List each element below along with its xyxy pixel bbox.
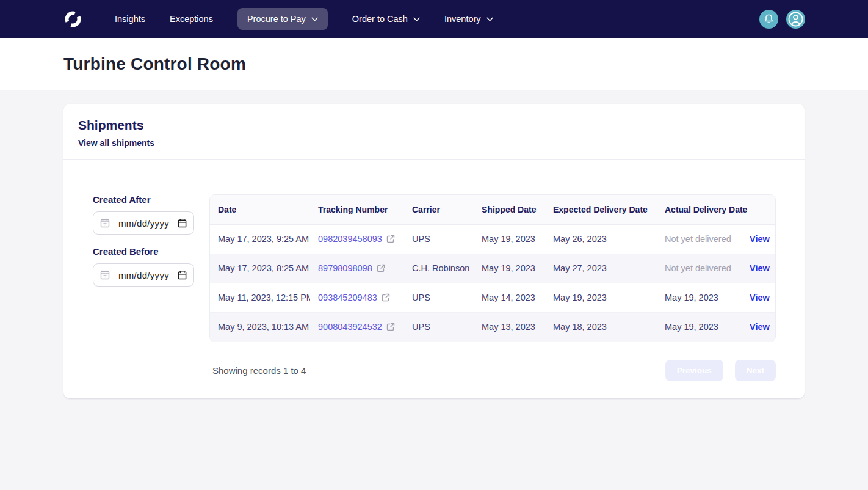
shipments-card-body: Created After mm/dd/yyyy (63, 160, 805, 398)
tracking-number-link[interactable]: 093845209483 (318, 293, 390, 302)
external-link-icon (382, 293, 390, 302)
chevron-down-icon (486, 17, 493, 21)
cell-action: View (742, 224, 776, 254)
cell-date: May 17, 2023, 8:25 AM (210, 254, 310, 283)
shipments-table-area: Date Tracking Number Carrier Shipped Dat… (209, 194, 776, 381)
table-header-row: Date Tracking Number Carrier Shipped Dat… (210, 195, 776, 224)
column-header-tracking-number: Tracking Number (310, 195, 404, 224)
page-title-band: Turbine Control Room (0, 38, 868, 90)
bell-icon (764, 13, 774, 24)
view-all-shipments-link[interactable]: View all shipments (78, 138, 154, 148)
cell-action: View (742, 283, 776, 312)
cell-shipped-date: May 19, 2023 (474, 224, 545, 254)
nav-item-inventory[interactable]: Inventory (444, 14, 493, 24)
account-button[interactable] (786, 10, 805, 29)
cell-tracking-number: 093845209483 (310, 283, 404, 312)
user-avatar-icon (786, 10, 805, 29)
top-navbar: Insights Exceptions Procure to Pay Order… (0, 0, 868, 38)
shipments-card: Shipments View all shipments Created Aft… (63, 104, 805, 398)
column-header-shipped-date: Shipped Date (474, 195, 545, 224)
view-shipment-link[interactable]: View (750, 322, 770, 332)
table-row: May 17, 2023, 9:25 AM 0982039458093 UPS … (210, 224, 776, 254)
shipments-card-header: Shipments View all shipments (63, 104, 805, 160)
cell-shipped-date: May 14, 2023 (474, 283, 545, 312)
nav-item-exceptions[interactable]: Exceptions (170, 14, 213, 24)
view-shipment-link[interactable]: View (750, 293, 770, 302)
cell-tracking-number: 9008043924532 (310, 312, 404, 342)
pagination-controls: Previous Next (665, 360, 776, 381)
nav-item-label: Inventory (444, 14, 481, 24)
cell-carrier: UPS (404, 312, 474, 342)
nav-item-procure-to-pay[interactable]: Procure to Pay (237, 8, 328, 30)
calendar-icon (100, 218, 110, 228)
date-placeholder: mm/dd/yyyy (115, 218, 172, 229)
external-link-icon (386, 323, 395, 331)
nav-item-label: Procure to Pay (247, 14, 306, 24)
column-header-expected-delivery-date: Expected Delivery Date (545, 195, 657, 224)
date-filters: Created After mm/dd/yyyy (93, 194, 194, 298)
nav-item-label: Order to Cash (352, 14, 408, 24)
table-row: May 17, 2023, 8:25 AM 89798098098 C.H. R… (210, 254, 776, 283)
tracking-number-link[interactable]: 0982039458093 (318, 234, 395, 244)
cell-expected-delivery-date: May 27, 2023 (545, 254, 657, 283)
date-placeholder: mm/dd/yyyy (115, 270, 172, 280)
date-picker-icon[interactable] (178, 219, 187, 228)
nav-item-label: Insights (115, 14, 145, 24)
cell-actual-delivery-date: May 19, 2023 (657, 312, 742, 342)
navbar-right-actions (759, 10, 805, 29)
column-header-date: Date (210, 195, 310, 224)
external-link-icon (386, 235, 395, 243)
cell-date: May 17, 2023, 9:25 AM (210, 224, 310, 254)
cell-tracking-number: 89798098098 (310, 254, 404, 283)
cell-actual-delivery-date: May 19, 2023 (657, 283, 742, 312)
table-footer: Showing records 1 to 4 Previous Next (209, 360, 776, 381)
chevron-down-icon (311, 17, 318, 21)
cell-expected-delivery-date: May 18, 2023 (545, 312, 657, 342)
cell-date: May 9, 2023, 10:13 AM (210, 312, 310, 342)
main-content: Shipments View all shipments Created Aft… (0, 90, 868, 412)
cell-carrier: UPS (404, 283, 474, 312)
nav-item-label: Exceptions (170, 14, 213, 24)
next-page-button[interactable]: Next (735, 360, 776, 381)
shipments-title: Shipments (78, 118, 790, 133)
chevron-down-icon (413, 17, 420, 21)
view-shipment-link[interactable]: View (750, 234, 770, 244)
cell-shipped-date: May 19, 2023 (474, 254, 545, 283)
shipments-table-body: May 17, 2023, 9:25 AM 0982039458093 UPS … (210, 224, 776, 342)
notifications-button[interactable] (759, 10, 778, 29)
app-logo-icon[interactable] (63, 9, 83, 29)
view-shipment-link[interactable]: View (750, 263, 770, 273)
cell-carrier: UPS (404, 224, 474, 254)
cell-expected-delivery-date: May 26, 2023 (545, 224, 657, 254)
cell-action: View (742, 254, 776, 283)
previous-page-button[interactable]: Previous (665, 360, 723, 381)
cell-action: View (742, 312, 776, 342)
tracking-number-link[interactable]: 9008043924532 (318, 322, 395, 332)
cell-carrier: C.H. Robinson (404, 254, 474, 283)
created-before-date-input[interactable]: mm/dd/yyyy (93, 263, 194, 287)
calendar-icon (100, 270, 110, 280)
table-row: May 9, 2023, 10:13 AM 9008043924532 UPS … (210, 312, 776, 342)
cell-shipped-date: May 13, 2023 (474, 312, 545, 342)
column-header-carrier: Carrier (404, 195, 474, 224)
cell-actual-delivery-date: Not yet delivered (657, 254, 742, 283)
cell-date: May 11, 2023, 12:15 PM (210, 283, 310, 312)
tracking-number-link[interactable]: 89798098098 (318, 263, 385, 273)
page-title: Turbine Control Room (63, 54, 246, 74)
created-before-label: Created Before (93, 246, 194, 257)
cell-tracking-number: 0982039458093 (310, 224, 404, 254)
table-row: May 11, 2023, 12:15 PM 093845209483 UPS … (210, 283, 776, 312)
nav-item-order-to-cash[interactable]: Order to Cash (352, 14, 420, 24)
date-picker-icon[interactable] (178, 271, 187, 280)
primary-nav: Insights Exceptions Procure to Pay Order… (115, 8, 493, 30)
cell-expected-delivery-date: May 19, 2023 (545, 283, 657, 312)
column-header-actual-delivery-date: Actual Delivery Date (657, 195, 742, 224)
cell-actual-delivery-date: Not yet delivered (657, 224, 742, 254)
external-link-icon (377, 264, 385, 272)
created-after-label: Created After (93, 194, 194, 205)
nav-item-insights[interactable]: Insights (115, 14, 145, 24)
shipments-table: Date Tracking Number Carrier Shipped Dat… (209, 194, 776, 342)
records-summary: Showing records 1 to 4 (209, 365, 306, 376)
created-after-date-input[interactable]: mm/dd/yyyy (93, 211, 194, 235)
